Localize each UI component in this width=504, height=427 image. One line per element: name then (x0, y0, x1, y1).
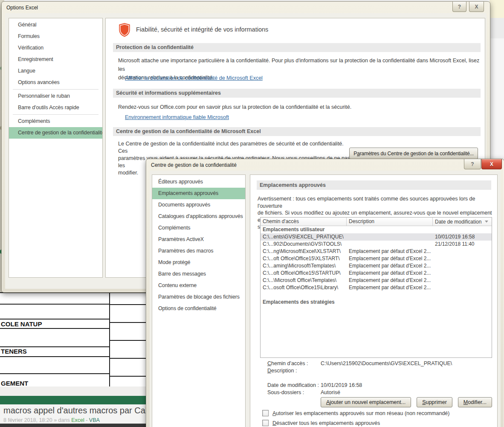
detail-description-label: Description : (267, 368, 297, 374)
spreadsheet-gridlines (110, 293, 146, 387)
cell-description: Emplacement par défaut d'Excel 2... (347, 262, 433, 270)
section-header-trust-center: Centre de gestion de la confidentialité … (113, 127, 481, 136)
options-nav-item[interactable]: Options avancées (9, 77, 102, 88)
table-row[interactable]: Emplacements des stratégies (261, 299, 492, 306)
help-button[interactable]: ? (452, 2, 466, 12)
options-nav-item[interactable]: Barre d'outils Accès rapide (9, 102, 102, 113)
cell-date (433, 226, 492, 233)
table-row[interactable]: Emplacements utilisateur (261, 226, 492, 233)
trust-nav-item[interactable]: Contenu externe (152, 280, 245, 291)
column-header-path[interactable]: Chemin d'accès (261, 218, 347, 226)
options-nav-item[interactable]: Personnaliser le ruban (9, 90, 102, 102)
disable-all-locations-checkbox-row[interactable]: Désactiver tous les emplacements approuv… (262, 420, 380, 426)
forum-meta-date: 8 février 2018, 18:20 » dans (3, 417, 71, 423)
trust-center-dialog: Centre de gestion de la confidentialité … (146, 159, 504, 427)
forum-link-excel[interactable]: Excel (71, 417, 84, 423)
allow-network-locations-checkbox-row[interactable]: Autoriser les emplacements approuvés sur… (262, 410, 449, 416)
trustworthy-computing-link[interactable]: Environnement informatique fiable Micros… (125, 114, 229, 120)
trust-nav-item[interactable]: Barre des messages (152, 268, 245, 280)
cell-path: C:\...aming\Microsoft\Templates\ (261, 262, 347, 270)
cell-description: Emplacement par défaut d'Excel 2... (347, 255, 433, 262)
table-row[interactable]: C:\...ents\GVS\EXCEL_PRATIQUE\ 10/01/201… (261, 233, 492, 241)
cell-date (433, 248, 492, 255)
table-row[interactable]: C:\...ng\Microsoft\Excel\XLSTART\ Emplac… (261, 248, 492, 255)
background-gap (0, 386, 146, 396)
help-icon: ? (471, 161, 474, 167)
trusted-locations-header: Emplacements approuvés (257, 180, 491, 190)
trust-nav-item[interactable]: Paramètres de blocage des fichiers (152, 291, 245, 303)
options-nav-item[interactable]: Compléments (9, 116, 102, 127)
table-row[interactable]: C:\...aming\Microsoft\Templates\ Emplace… (261, 262, 492, 270)
trust-help-button[interactable]: ? (464, 159, 481, 169)
background-spreadsheet: COLE NATUP TENERS GEMENT (0, 292, 146, 387)
nav-separator (13, 114, 98, 115)
spreadsheet-row-line (0, 319, 109, 320)
privacy-statement-link[interactable]: Afficher la déclaration de confidentiali… (125, 75, 263, 81)
remove-location-button[interactable]: Supprimer (417, 397, 452, 407)
shield-icon (118, 23, 131, 37)
table-row[interactable]: C:\...oft Office\Office15\XLSTART\ Empla… (261, 255, 492, 262)
trust-nav-item[interactable]: Catalogues d'applications approuvés (152, 211, 245, 222)
trust-center-titlebar[interactable]: Centre de gestion de la confidentialité (151, 162, 237, 168)
table-row[interactable]: C:\...\Microsoft Office\Templates\ Empla… (261, 277, 492, 284)
trust-nav-item[interactable]: Documents approuvés (152, 199, 245, 211)
close-icon: X (475, 4, 478, 10)
browser-bottom-edge (0, 424, 146, 427)
options-nav-item[interactable]: Langue (9, 65, 102, 77)
cell-path: C:\...oft Office\Office15\STARTUP\ (261, 270, 347, 277)
table-row[interactable]: C:\...oft Office\Office15\STARTUP\ Empla… (261, 270, 492, 277)
checkbox-label: Autoriser les emplacements approuvés sur… (272, 410, 449, 416)
column-header-description[interactable]: Description (347, 218, 433, 226)
cell-path: Emplacements des stratégies (261, 299, 347, 306)
detail-date-label: Date de modification : (267, 382, 319, 388)
detail-subfolders-label: Sous-dossiers : (267, 389, 304, 395)
options-nav-item[interactable]: Enregistrement (9, 54, 102, 65)
cell-date (433, 255, 492, 262)
cell-description (347, 241, 433, 248)
column-header-date[interactable]: Date de modification (433, 218, 492, 226)
trust-nav-item[interactable]: Compléments (152, 222, 245, 234)
trust-nav-item[interactable]: Éditeurs approuvés (152, 176, 245, 188)
options-nav-item[interactable]: Général (9, 19, 102, 31)
trust-nav-item[interactable]: Paramètres ActiveX (152, 234, 245, 245)
detail-date-value: 10/01/2019 16:58 (321, 382, 362, 388)
options-nav-item[interactable]: Vérification (9, 42, 102, 54)
spreadsheet-row-line (0, 346, 109, 347)
cell-path: Emplacements utilisateur (261, 226, 347, 233)
add-location-button[interactable]: Ajouter un nouvel emplacement... (321, 397, 411, 407)
modify-location-button[interactable]: Modifier... (458, 397, 492, 407)
cell-description (347, 233, 433, 241)
forum-post-title: macros appel d'autres macros par Call (3, 406, 149, 415)
trust-center-settings-button[interactable]: Paramètres du Centre de gestion de la co… (349, 148, 478, 159)
trusted-locations-actions: Ajouter un nouvel emplacement... Supprim… (260, 397, 492, 407)
table-row[interactable]: C:\...osoft Office\Office15\Library\ Emp… (261, 284, 492, 291)
cell-description: Emplacement par défaut d'Excel 2... (347, 248, 433, 255)
trust-center-nav: Éditeurs approuvésEmplacements approuvés… (152, 174, 246, 427)
trust-nav-item[interactable]: Emplacements approuvés (152, 188, 245, 199)
options-nav: GénéralFormulesVérificationEnregistremen… (9, 18, 103, 278)
close-button[interactable]: X (469, 2, 484, 12)
cell-description: Emplacement par défaut d'Excel 2... (347, 270, 433, 277)
cell-date (433, 299, 492, 306)
checkbox-unchecked[interactable] (262, 410, 269, 416)
section-header-privacy: Protection de la confidentialité (113, 43, 481, 52)
options-nav-item[interactable]: Centre de gestion de la confidentialité (9, 127, 102, 139)
trust-nav-item[interactable]: Mode protégé (152, 257, 245, 268)
trust-close-button[interactable]: X (481, 159, 502, 169)
spreadsheet-row-line (0, 356, 109, 357)
options-dialog-titlebar[interactable]: Options Excel (6, 5, 38, 11)
options-nav-item[interactable]: Formules (9, 31, 102, 42)
trust-nav-item[interactable]: Options de confidentialité (152, 303, 245, 314)
cell-date (433, 262, 492, 270)
cell-date (433, 277, 492, 284)
spreadsheet-column-divider (109, 293, 110, 387)
sheet-row-label: COLE NATUP (1, 320, 42, 328)
cell-date: 21/12/2018 11:40 (433, 241, 492, 248)
spreadsheet-row-line (0, 328, 109, 329)
forum-link-vba[interactable]: VBA (89, 417, 100, 423)
trust-nav-item[interactable]: Paramètres des macros (152, 245, 245, 257)
cell-path: C:\...\Microsoft Office\Templates\ (261, 277, 347, 284)
screen: COLE NATUP TENERS GEMENT macros appel d'… (0, 0, 504, 427)
checkbox-unchecked[interactable] (262, 420, 269, 426)
table-row[interactable]: C:\...902\Documents\GVS\TOOLS\ 21/12/201… (261, 241, 492, 248)
